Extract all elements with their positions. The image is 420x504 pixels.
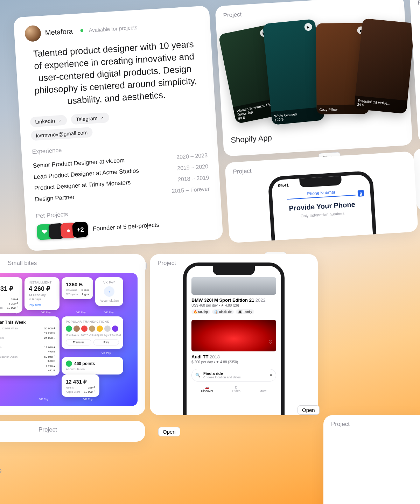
exp-dates: 2015 – Forever bbox=[172, 186, 210, 195]
telegram-chip[interactable]: Telegram → bbox=[71, 112, 110, 125]
contact-avatar bbox=[112, 326, 118, 332]
contact-avatar bbox=[81, 326, 88, 332]
pet-icon-stack[interactable]: ❤ ● +2 bbox=[36, 222, 88, 240]
phone-device-mock: BMW 320i M Sport Edition 21 2022 US$ 460… bbox=[183, 262, 285, 415]
widget-points: 1360 Б Самокат8 мин О'Этуаль2 дня bbox=[62, 277, 93, 299]
widget-popular-week: Popular This Week iPhone 11 128GB White5… bbox=[0, 316, 59, 376]
chip-hp: 🔥 600 hp bbox=[191, 309, 210, 314]
profile-name: Metafora bbox=[45, 27, 73, 37]
contact-avatar bbox=[66, 326, 72, 332]
tab-rides: 🗓Rides bbox=[232, 386, 240, 393]
search-icon: 🔍 bbox=[195, 373, 201, 378]
arrow-up-icon: ↑ bbox=[104, 286, 114, 297]
profile-bio: Talented product designer with 10 years … bbox=[26, 37, 204, 110]
car-image bbox=[191, 320, 276, 351]
external-link-icon: → bbox=[56, 117, 63, 124]
ghost-date: – 2020 bbox=[0, 456, 0, 463]
smallbites-card[interactable]: Small bites VK PAY 12 431 ₽ •••• 3213 Ne… bbox=[0, 254, 145, 415]
email-chip[interactable]: kvrmvnov@gmail.com bbox=[31, 127, 93, 141]
filter-icon: ≡ bbox=[270, 373, 272, 377]
phone-notch bbox=[299, 176, 342, 188]
search-bar: 🔍 Find a ride Choose location and dates … bbox=[191, 369, 276, 382]
pay-button: Pay bbox=[93, 339, 119, 345]
carsharing-project-card[interactable]: Project BMW 320i M Sport Edition 21 2022… bbox=[150, 254, 318, 415]
phone-project-card[interactable]: Project 09:41 g Phone Nubmer Provide You… bbox=[225, 151, 418, 243]
telegram-label: Telegram bbox=[76, 115, 98, 122]
exp-role: Design Partner bbox=[35, 194, 75, 203]
contact-avatar bbox=[89, 326, 95, 332]
contact-avatar bbox=[97, 326, 103, 332]
screenshot: ▶ White Glasses120 $ bbox=[262, 19, 324, 125]
phone-device-mock: 09:41 g Phone Nubmer Provide Your Phone … bbox=[268, 170, 379, 243]
dot-icon bbox=[66, 360, 72, 367]
section-label-project: Project bbox=[418, 0, 420, 7]
open-button-lower[interactable]: Open bbox=[158, 427, 180, 436]
ghost-date: 8 – 2019 bbox=[0, 468, 1, 475]
chip-blacktie: 👔 Black Tie bbox=[212, 309, 234, 314]
shopify-project-card[interactable]: Project ▶ Women Sleevekas Piper Dress To… bbox=[215, 0, 413, 156]
contact-avatar bbox=[74, 326, 80, 332]
widget-points2: 460 points Accumulation bbox=[62, 357, 123, 374]
open-button-carshare[interactable]: Open bbox=[298, 405, 320, 415]
linkedin-chip[interactable]: LinkedIn → bbox=[30, 115, 67, 127]
widgets-wallpaper: VK PAY 12 431 ₽ •••• 3213 Netflix399 ₽ R… bbox=[0, 273, 138, 406]
availability-text: Avaliable for projects bbox=[89, 24, 138, 33]
section-label-project: Project bbox=[331, 421, 420, 428]
external-link-icon: → bbox=[98, 114, 106, 121]
tab-more: ⋯More bbox=[259, 386, 267, 393]
pet-summary-text: Founder of 5 pet-projects bbox=[93, 222, 160, 233]
transfer-button: Transfer bbox=[66, 339, 91, 345]
availability-dot bbox=[80, 29, 83, 32]
project-card-fragment-bl: Project bbox=[0, 421, 145, 442]
heart-icon: ♡ bbox=[268, 340, 273, 345]
contact-avatar bbox=[104, 326, 111, 332]
phone-notch bbox=[213, 266, 255, 275]
linkedin-label: LinkedIn bbox=[35, 118, 55, 125]
chip-family: 👪 Family bbox=[236, 309, 254, 314]
widget-vkpay2: 12 431 ₽ Netflix399 ₽ Apple Store12 000 … bbox=[62, 374, 99, 397]
exp-dates: 2019 – 2020 bbox=[177, 163, 209, 172]
widget-popular-tx: POPULAR TRANSACTIONS МегаФон Alex МОТС V… bbox=[62, 316, 123, 349]
avatar bbox=[24, 25, 42, 42]
exp-dates: 2018 – 2019 bbox=[178, 175, 209, 183]
car-image bbox=[191, 277, 276, 295]
profile-card: Metafora Avaliable for projects Talented… bbox=[13, 6, 223, 251]
exp-dates: 2020 – 2023 bbox=[176, 152, 208, 160]
widget-accumulation: VK PAY ↑ Accumulation bbox=[95, 277, 123, 306]
tab-discover: 🚗Discover bbox=[201, 386, 213, 393]
section-label-smallbites: Small bites bbox=[8, 260, 138, 267]
screenshots-carousel: ▶ Women Sleevekas Piper Dress Top89 $ ▶ … bbox=[222, 13, 405, 132]
screenshot: Essential Oil Vetive...24 $ bbox=[354, 18, 415, 114]
widget-vkpay: VK PAY 12 431 ₽ •••• 3213 Netflix399 ₽ R… bbox=[0, 277, 22, 313]
pet-more-badge: +2 bbox=[72, 222, 89, 238]
section-label-project: Project bbox=[233, 158, 406, 175]
widget-installment: INSTALLMENT 4 260 ₽ 14 February in 6 day… bbox=[24, 277, 59, 310]
project-card-fragment: Project bbox=[323, 415, 420, 504]
phone-time: 09:41 bbox=[278, 183, 289, 188]
ghost-date: – 2023 bbox=[0, 444, 0, 451]
play-icon: ▶ bbox=[304, 23, 313, 31]
section-label-project: Project bbox=[38, 426, 138, 433]
phone-tab-active: Phone Nubmer bbox=[272, 188, 370, 198]
